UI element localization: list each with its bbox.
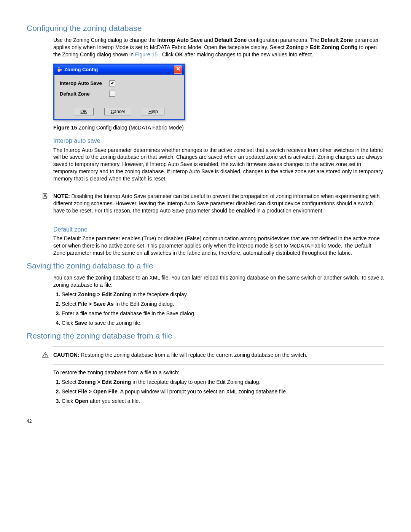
para-default-zone: The Default Zone parameter enables (True… <box>53 235 384 257</box>
text: in the faceplate display. <box>131 291 188 297</box>
bold: File > Save As <box>78 301 114 307</box>
steps-saving: Select Zoning > Edit Zoning in the facep… <box>53 291 384 327</box>
list-item: Select File > Save As In the Edit Zoning… <box>62 300 384 308</box>
para-config-intro: Use the Zoning Config dialog to change t… <box>53 37 384 58</box>
list-item: Select Zoning > Edit Zoning in the facep… <box>62 291 384 298</box>
note-label: NOTE: <box>53 193 70 199</box>
label-interop-auto-save: Interop Auto Save <box>60 80 109 87</box>
list-item: Click Open after you select a file. <box>62 398 384 405</box>
list-item: Enter a file name for the database file … <box>62 310 384 317</box>
text: Select <box>62 291 78 297</box>
label-default-zone: Default Zone <box>60 91 109 97</box>
para-interop-auto-save: The Interop Auto Save parameter determin… <box>53 147 384 182</box>
coffee-cup-icon <box>57 67 62 72</box>
figure-dialog: Zoning Config ✕ Interop Auto Save ✔ Defa… <box>53 64 384 120</box>
text: Click <box>62 320 75 326</box>
text: Select <box>62 388 78 395</box>
list-item: Select File > Open File. A popup window … <box>62 388 384 395</box>
para-saving-intro: You can save the zoning database to an X… <box>53 274 384 289</box>
close-icon[interactable]: ✕ <box>174 66 182 74</box>
heading-restoring: Restoring the zoning database from a fil… <box>27 331 384 341</box>
para-restoring-intro: To restore the zoning database from a fi… <box>53 369 384 376</box>
dialog-title: Zoning Config <box>64 66 98 73</box>
dialog-titlebar: Zoning Config ✕ <box>54 65 184 75</box>
cancel-button[interactable]: Cancel <box>104 108 131 115</box>
note-icon <box>42 193 49 202</box>
caution-block: CAUTION: Restoring the zoning database f… <box>53 351 384 359</box>
note-block: NOTE: Disabling the Interop Auto Save pa… <box>53 193 384 214</box>
zoning-config-dialog: Zoning Config ✕ Interop Auto Save ✔ Defa… <box>53 64 185 120</box>
row-default-zone: Default Zone <box>60 91 178 97</box>
text: Enter a file name for the database file … <box>62 310 196 316</box>
text: and <box>204 37 214 43</box>
list-item: Select Zoning > Edit Zoning in the facep… <box>62 379 384 386</box>
figure-text: Zoning Config dialog (McDATA Fabric Mode… <box>78 125 183 131</box>
note-text: Disabling the Interop Auto Save paramete… <box>53 193 380 214</box>
caution-text: Restoring the zoning database from a fil… <box>81 352 307 358</box>
page-number: 42 <box>27 418 32 422</box>
bold-menu-path: Zoning > Edit Zoning Config <box>286 44 358 50</box>
separator <box>53 220 384 220</box>
bold: Zoning > Edit Zoning <box>78 379 131 385</box>
bold-default-zone-2: Default Zone <box>321 37 353 43</box>
list-item: Click Save to save the zoning file. <box>62 320 384 327</box>
text: Click <box>62 398 75 404</box>
ok-button[interactable]: OK <box>74 108 93 115</box>
help-button[interactable]: Help <box>142 108 164 115</box>
figure-caption-15: Figure 15 Zoning Config dialog (McDATA F… <box>53 124 384 131</box>
text: . A popup window will prompt you to sele… <box>118 388 287 395</box>
subheading-interop-auto-save: Interop auto save <box>53 137 384 145</box>
bold: Save <box>75 320 87 326</box>
text: after you select a file. <box>88 398 140 404</box>
steps-restoring: Select Zoning > Edit Zoning in the facep… <box>53 379 384 405</box>
bold: Open <box>75 398 88 404</box>
text: Select <box>62 379 78 385</box>
caution-label: CAUTION: <box>53 352 79 358</box>
bold-ok: OK <box>175 51 183 58</box>
heading-configuring: Configuring the zoning database <box>27 23 384 34</box>
figure-label: Figure 15 <box>53 125 77 131</box>
separator <box>53 188 384 188</box>
bold: File > Open File <box>78 388 118 395</box>
bold-default-zone: Default Zone <box>215 37 247 43</box>
text: after making changes to put the new valu… <box>185 51 313 58</box>
heading-saving: Saving the zoning database to a file <box>27 260 384 271</box>
checkbox-default-zone[interactable] <box>109 91 115 97</box>
text: Use the Zoning Config dialog to change t… <box>53 37 157 43</box>
separator <box>53 347 384 347</box>
figure-link-15[interactable]: Figure 15 <box>135 51 158 58</box>
svg-point-5 <box>45 356 46 357</box>
svg-rect-0 <box>43 193 47 199</box>
text: Select <box>62 301 78 307</box>
bold-interop-auto-save: Interop Auto Save <box>157 37 202 43</box>
separator <box>53 364 384 364</box>
text: . Click <box>159 51 175 58</box>
text: In the Edit Zoning dialog. <box>114 301 174 307</box>
text: to save the zoning file. <box>87 320 142 326</box>
text: in the faceplate display to open the Edi… <box>131 379 260 385</box>
text: configuration parameters. The <box>248 37 320 43</box>
caution-icon <box>42 351 49 361</box>
bold: Zoning > Edit Zoning <box>78 291 131 297</box>
subheading-default-zone: Default zone <box>53 225 384 234</box>
row-interop-auto-save: Interop Auto Save ✔ <box>60 80 178 87</box>
checkbox-interop-auto-save[interactable]: ✔ <box>109 80 115 86</box>
